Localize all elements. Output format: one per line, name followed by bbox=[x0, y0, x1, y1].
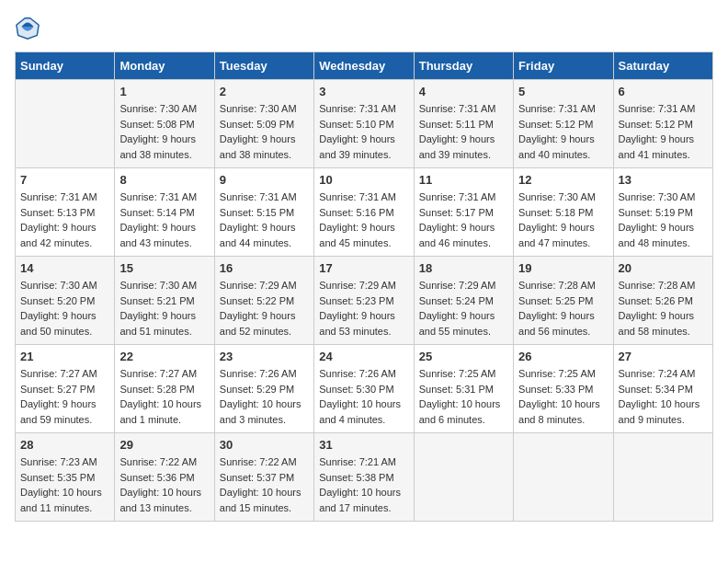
calendar-cell: 31 Sunrise: 7:21 AMSunset: 5:38 PMDaylig… bbox=[314, 433, 414, 522]
day-number: 26 bbox=[518, 350, 608, 363]
day-number: 22 bbox=[119, 350, 209, 363]
header-day-monday: Monday bbox=[115, 52, 214, 80]
calendar-cell: 30 Sunrise: 7:22 AMSunset: 5:37 PMDaylig… bbox=[214, 433, 313, 522]
day-number: 29 bbox=[119, 438, 209, 452]
calendar-cell: 22 Sunrise: 7:27 AMSunset: 5:28 PMDaylig… bbox=[115, 345, 214, 433]
calendar-week-2: 7 Sunrise: 7:31 AMSunset: 5:13 PMDayligh… bbox=[16, 168, 713, 257]
header-day-saturday: Saturday bbox=[613, 52, 712, 80]
day-info: Sunrise: 7:24 AMSunset: 5:34 PMDaylight:… bbox=[619, 366, 708, 427]
day-number: 1 bbox=[119, 85, 209, 98]
calendar-cell: 9 Sunrise: 7:31 AMSunset: 5:15 PMDayligh… bbox=[214, 168, 313, 257]
calendar-cell: 25 Sunrise: 7:25 AMSunset: 5:31 PMDaylig… bbox=[414, 345, 513, 433]
calendar-cell: 24 Sunrise: 7:26 AMSunset: 5:30 PMDaylig… bbox=[314, 345, 414, 433]
day-number: 17 bbox=[319, 261, 408, 275]
calendar-cell: 8 Sunrise: 7:31 AMSunset: 5:14 PMDayligh… bbox=[115, 168, 214, 257]
day-info: Sunrise: 7:31 AMSunset: 5:13 PMDaylight:… bbox=[20, 190, 109, 250]
day-info: Sunrise: 7:31 AMSunset: 5:10 PMDaylight:… bbox=[319, 101, 408, 162]
calendar-cell: 7 Sunrise: 7:31 AMSunset: 5:13 PMDayligh… bbox=[16, 168, 115, 257]
day-info: Sunrise: 7:30 AMSunset: 5:18 PMDaylight:… bbox=[518, 190, 608, 250]
calendar-cell: 20 Sunrise: 7:28 AMSunset: 5:26 PMDaylig… bbox=[613, 257, 712, 345]
day-number: 3 bbox=[319, 85, 408, 98]
day-number: 5 bbox=[518, 85, 608, 98]
day-number: 11 bbox=[419, 173, 508, 187]
day-number: 12 bbox=[518, 173, 608, 187]
day-number: 21 bbox=[20, 350, 109, 363]
day-info: Sunrise: 7:27 AMSunset: 5:27 PMDaylight:… bbox=[20, 366, 109, 427]
day-info: Sunrise: 7:22 AMSunset: 5:37 PMDaylight:… bbox=[220, 454, 309, 515]
calendar-week-5: 28 Sunrise: 7:23 AMSunset: 5:35 PMDaylig… bbox=[16, 433, 713, 522]
calendar-cell: 6 Sunrise: 7:31 AMSunset: 5:12 PMDayligh… bbox=[613, 80, 712, 168]
day-info: Sunrise: 7:27 AMSunset: 5:28 PMDaylight:… bbox=[119, 366, 209, 427]
day-number: 18 bbox=[419, 261, 508, 275]
day-number: 28 bbox=[20, 438, 109, 452]
day-number: 2 bbox=[220, 85, 309, 98]
calendar-cell: 26 Sunrise: 7:25 AMSunset: 5:33 PMDaylig… bbox=[514, 345, 613, 433]
day-info: Sunrise: 7:30 AMSunset: 5:08 PMDaylight:… bbox=[119, 101, 209, 162]
calendar-cell bbox=[414, 433, 513, 522]
day-info: Sunrise: 7:30 AMSunset: 5:19 PMDaylight:… bbox=[619, 190, 708, 250]
calendar-cell: 12 Sunrise: 7:30 AMSunset: 5:18 PMDaylig… bbox=[514, 168, 613, 257]
calendar-cell: 19 Sunrise: 7:28 AMSunset: 5:25 PMDaylig… bbox=[514, 257, 613, 345]
calendar-cell bbox=[514, 433, 613, 522]
calendar-cell: 16 Sunrise: 7:29 AMSunset: 5:22 PMDaylig… bbox=[214, 257, 313, 345]
logo bbox=[15, 15, 44, 40]
calendar-cell: 14 Sunrise: 7:30 AMSunset: 5:20 PMDaylig… bbox=[16, 257, 115, 345]
calendar-cell bbox=[16, 80, 115, 168]
day-info: Sunrise: 7:29 AMSunset: 5:23 PMDaylight:… bbox=[319, 278, 408, 339]
day-number: 7 bbox=[20, 173, 109, 187]
day-info: Sunrise: 7:25 AMSunset: 5:33 PMDaylight:… bbox=[518, 366, 608, 427]
day-info: Sunrise: 7:31 AMSunset: 5:16 PMDaylight:… bbox=[319, 190, 408, 250]
day-number: 20 bbox=[619, 261, 708, 275]
page-header bbox=[15, 15, 713, 40]
day-info: Sunrise: 7:31 AMSunset: 5:12 PMDaylight:… bbox=[518, 101, 608, 162]
calendar-cell: 18 Sunrise: 7:29 AMSunset: 5:24 PMDaylig… bbox=[414, 257, 513, 345]
calendar-cell: 29 Sunrise: 7:22 AMSunset: 5:36 PMDaylig… bbox=[115, 433, 214, 522]
calendar-cell: 10 Sunrise: 7:31 AMSunset: 5:16 PMDaylig… bbox=[314, 168, 414, 257]
calendar-week-4: 21 Sunrise: 7:27 AMSunset: 5:27 PMDaylig… bbox=[16, 345, 713, 433]
day-number: 24 bbox=[319, 350, 408, 363]
day-info: Sunrise: 7:30 AMSunset: 5:20 PMDaylight:… bbox=[20, 278, 109, 339]
logo-icon bbox=[15, 15, 40, 40]
calendar-cell: 1 Sunrise: 7:30 AMSunset: 5:08 PMDayligh… bbox=[115, 80, 214, 168]
calendar-cell bbox=[613, 433, 712, 522]
header-day-wednesday: Wednesday bbox=[314, 52, 414, 80]
day-number: 16 bbox=[220, 261, 309, 275]
calendar-cell: 28 Sunrise: 7:23 AMSunset: 5:35 PMDaylig… bbox=[16, 433, 115, 522]
day-number: 9 bbox=[220, 173, 309, 187]
day-number: 14 bbox=[20, 261, 109, 275]
calendar-cell: 5 Sunrise: 7:31 AMSunset: 5:12 PMDayligh… bbox=[514, 80, 613, 168]
calendar-cell: 21 Sunrise: 7:27 AMSunset: 5:27 PMDaylig… bbox=[16, 345, 115, 433]
day-number: 31 bbox=[319, 438, 408, 452]
header-day-thursday: Thursday bbox=[414, 52, 513, 80]
day-number: 27 bbox=[619, 350, 708, 363]
day-info: Sunrise: 7:31 AMSunset: 5:15 PMDaylight:… bbox=[220, 190, 309, 250]
day-info: Sunrise: 7:31 AMSunset: 5:11 PMDaylight:… bbox=[419, 101, 508, 162]
day-number: 8 bbox=[119, 173, 209, 187]
day-number: 13 bbox=[619, 173, 708, 187]
header-day-tuesday: Tuesday bbox=[214, 52, 313, 80]
calendar-cell: 15 Sunrise: 7:30 AMSunset: 5:21 PMDaylig… bbox=[115, 257, 214, 345]
calendar-cell: 17 Sunrise: 7:29 AMSunset: 5:23 PMDaylig… bbox=[314, 257, 414, 345]
day-number: 4 bbox=[419, 85, 508, 98]
day-info: Sunrise: 7:28 AMSunset: 5:26 PMDaylight:… bbox=[619, 278, 708, 339]
day-info: Sunrise: 7:26 AMSunset: 5:29 PMDaylight:… bbox=[220, 366, 309, 427]
day-number: 10 bbox=[319, 173, 408, 187]
calendar-cell: 3 Sunrise: 7:31 AMSunset: 5:10 PMDayligh… bbox=[314, 80, 414, 168]
day-number: 23 bbox=[220, 350, 309, 363]
calendar-table: SundayMondayTuesdayWednesdayThursdayFrid… bbox=[15, 52, 713, 522]
calendar-header-row: SundayMondayTuesdayWednesdayThursdayFrid… bbox=[16, 52, 713, 80]
calendar-week-1: 1 Sunrise: 7:30 AMSunset: 5:08 PMDayligh… bbox=[16, 80, 713, 168]
day-info: Sunrise: 7:25 AMSunset: 5:31 PMDaylight:… bbox=[419, 366, 508, 427]
calendar-cell: 27 Sunrise: 7:24 AMSunset: 5:34 PMDaylig… bbox=[613, 345, 712, 433]
day-number: 30 bbox=[220, 438, 309, 452]
day-number: 25 bbox=[419, 350, 508, 363]
day-info: Sunrise: 7:29 AMSunset: 5:22 PMDaylight:… bbox=[220, 278, 309, 339]
day-info: Sunrise: 7:26 AMSunset: 5:30 PMDaylight:… bbox=[319, 366, 408, 427]
day-info: Sunrise: 7:30 AMSunset: 5:09 PMDaylight:… bbox=[220, 101, 309, 162]
day-info: Sunrise: 7:28 AMSunset: 5:25 PMDaylight:… bbox=[518, 278, 608, 339]
calendar-week-3: 14 Sunrise: 7:30 AMSunset: 5:20 PMDaylig… bbox=[16, 257, 713, 345]
header-day-friday: Friday bbox=[514, 52, 613, 80]
day-info: Sunrise: 7:31 AMSunset: 5:17 PMDaylight:… bbox=[419, 190, 508, 250]
calendar-cell: 2 Sunrise: 7:30 AMSunset: 5:09 PMDayligh… bbox=[214, 80, 313, 168]
calendar-cell: 4 Sunrise: 7:31 AMSunset: 5:11 PMDayligh… bbox=[414, 80, 513, 168]
